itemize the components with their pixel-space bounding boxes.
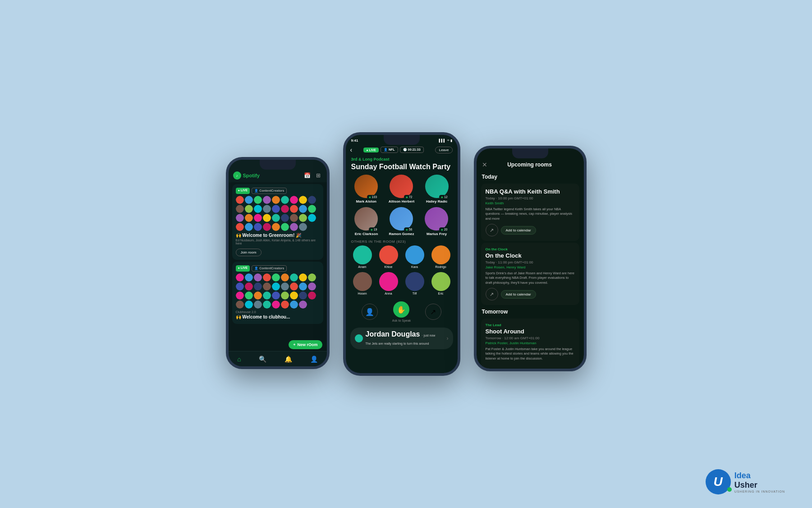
speaker-hailey-name: Hailey Radic (426, 199, 448, 203)
bell-icon[interactable]: 🔔 (284, 356, 292, 363)
share-action[interactable]: ↗ (425, 304, 441, 320)
other-rodrigo-avatar (431, 245, 450, 264)
share-circle: ↗ (425, 304, 441, 320)
event-nba-time: Today · 10:00 pm GMT+01:00 (486, 196, 575, 200)
close-button[interactable]: ✕ (482, 161, 487, 168)
other-rodrigo-name: Rodrigo (435, 265, 446, 268)
event-shoot-tag: The Lead (486, 323, 575, 327)
event-clock-actions: ↗ Add to calendar (486, 288, 575, 300)
ask-label: Ask to Speak (392, 319, 411, 322)
event-on-the-clock: On the Clock On the Clock Today · 11:00 … (481, 243, 579, 305)
speaker-ramon-avatar: ◆ 56 (390, 207, 413, 231)
new-room-label: New rOom (297, 342, 317, 347)
event-nba-calendar-button[interactable]: Add to calendar (501, 226, 536, 235)
watermark-idea: Idea (734, 471, 751, 480)
other-eric-avatar (431, 272, 450, 291)
speaker-eric-c-count: 19 (374, 228, 377, 231)
other-khloe-avatar (379, 245, 398, 264)
other-anam-avatar (353, 245, 372, 264)
chat-bar[interactable]: Jordan Douglas · just now The Jets are r… (350, 328, 453, 349)
event-clock-calendar-button[interactable]: Add to calendar (501, 290, 536, 299)
room-card-2: ● LIVE 👤 ContentCreators (232, 262, 323, 324)
event-clock-share-button[interactable]: ↗ (486, 288, 498, 300)
event-shoot-around: The Lead Shoot Around Tomorrow · 12:00 a… (481, 319, 579, 368)
time-badge: 🕐 00:21:33 (400, 147, 424, 153)
other-tiff: Tiff (403, 272, 427, 295)
room1-badges: ● LIVE 👤 ContentCreators (236, 188, 320, 194)
event-nba-desc: NBA Twitter legend Keith Smith takes all… (486, 207, 575, 222)
speaker-allison-name: Allison Herbert (389, 199, 414, 203)
other-hosen-avatar (353, 272, 372, 291)
event-shoot-title: Shoot Around (486, 328, 575, 335)
join-room-button-1[interactable]: Join room (236, 249, 261, 256)
other-anam-name: Anam (358, 265, 366, 268)
phone-1-screen: ♪ Spotify 📅 ⊞ ● LIVE 👤 ContentCreators (229, 160, 327, 366)
live-badge-1: ● LIVE (236, 188, 250, 194)
event-clock-tag: On the Clock (486, 247, 575, 251)
diamond-icon-4: ◆ (371, 228, 373, 231)
watermark-text-block: Idea Usher USHERING IN INNOVATION (734, 471, 785, 493)
other-anna-avatar (379, 272, 398, 291)
speaker-ramon-count: 56 (409, 228, 413, 231)
event-nba-host: Keith Smith (486, 201, 575, 205)
chat-content: The Jets are really starting to turn thi… (366, 342, 429, 345)
room1-title: 🙌 Welcome to Greenroom! 🎉 (236, 233, 320, 238)
other-rodrigo: Rodrigo (429, 245, 453, 268)
phone-1-notch (260, 160, 296, 170)
plus-icon: + (293, 342, 295, 347)
speaker-allison-count: 72 (409, 195, 413, 199)
calendar-icon[interactable]: 📅 (303, 171, 312, 180)
spotify-icon: ♪ (233, 171, 241, 180)
watermark-tagline: USHERING IN INNOVATION (734, 490, 785, 493)
phone-2-screen: 9:41 ▌▌▌ ⌔ ▮ ‹ ● LIVE 👤 NFL 🕐 00:21:33 L… (346, 135, 458, 373)
others-row1: Anam Khloe Kara Rodrigo (346, 245, 458, 271)
other-hosen-name: Hosen (358, 292, 367, 295)
chat-message: Jordan Douglas · just now The Jets are r… (366, 330, 436, 346)
event-shoot-time: Tomorrow · 12:00 am GMT+01:00 (486, 336, 575, 340)
speaker-hailey: ◆ 12 Hailey Radic (425, 175, 449, 203)
action-buttons: 👤 ✋ Ask to Speak ↗ (346, 298, 458, 326)
search-icon[interactable]: 🔍 (259, 356, 266, 363)
home-icon[interactable]: ⌂ (237, 356, 241, 363)
speaker-eric-c-avatar: ◆ 19 (354, 207, 378, 231)
event-nba-share-button[interactable]: ↗ (486, 224, 498, 236)
room2-badges: ● LIVE 👤 ContentCreators (236, 265, 320, 272)
watermark-usher: Usher (734, 480, 757, 490)
room2-clubhouse: Clubhouse 2.0 (236, 310, 320, 314)
profile-action[interactable]: 👤 (362, 304, 378, 320)
phone-2: 9:41 ▌▌▌ ⌔ ▮ ‹ ● LIVE 👤 NFL 🕐 00:21:33 L… (343, 132, 460, 376)
other-anam: Anam (350, 245, 375, 268)
wifi-icon: ⌔ (447, 139, 449, 142)
grid-icon[interactable]: ⊞ (314, 171, 322, 180)
phone-3-screen: ✕ Upcoming rooms Today NBA Q&A with Keit… (477, 148, 584, 369)
watermark-dot (727, 487, 732, 492)
speaker-mark-avatar: ◆ 103 (354, 175, 378, 198)
speaker-allison-avatar: ◆ 72 (390, 175, 413, 198)
room1-subtitle: Ed Nusbaum, Josh Allen, Ketan Anjaria, &… (236, 239, 320, 245)
speaker-eric-c-name: Eric Clarkson (355, 232, 378, 236)
other-eric: Eric (429, 272, 453, 295)
other-tiff-avatar (405, 272, 424, 291)
new-room-button[interactable]: + New rOom (289, 340, 322, 349)
hand-circle: ✋ (393, 301, 409, 318)
speaker-eric-c-badge: ◆ 19 (369, 227, 379, 231)
others-row2: Hosen Anna Tiff Eric (346, 271, 458, 298)
event-nba-title: NBA Q&A with Keith Smith (486, 188, 575, 195)
ask-to-speak-button[interactable]: ✋ Ask to Speak (392, 301, 411, 322)
diamond-icon-1: ◆ (369, 195, 371, 199)
room1-avatars (236, 196, 320, 231)
leave-button[interactable]: Leave (435, 147, 453, 153)
chevron-right-icon: › (447, 335, 449, 342)
phone1-header-right: 📅 ⊞ (303, 171, 322, 180)
person-icon[interactable]: 👤 (310, 356, 318, 363)
show-label: 3rd & Long Podcast (346, 155, 458, 162)
diamond-icon-6: ◆ (441, 228, 443, 231)
other-tiff-name: Tiff (413, 292, 417, 295)
speaker-hailey-badge: ◆ 12 (439, 195, 450, 199)
speakers-row1: ◆ 103 Mark Alston ◆ 72 All (346, 175, 458, 207)
other-kara-avatar (405, 245, 424, 264)
phone1-footer: ⌂ 🔍 🔔 👤 (229, 351, 327, 366)
back-button[interactable]: ‹ (350, 146, 353, 153)
speaker-allison-badge: ◆ 72 (404, 195, 414, 199)
other-kara: Kara (403, 245, 427, 268)
